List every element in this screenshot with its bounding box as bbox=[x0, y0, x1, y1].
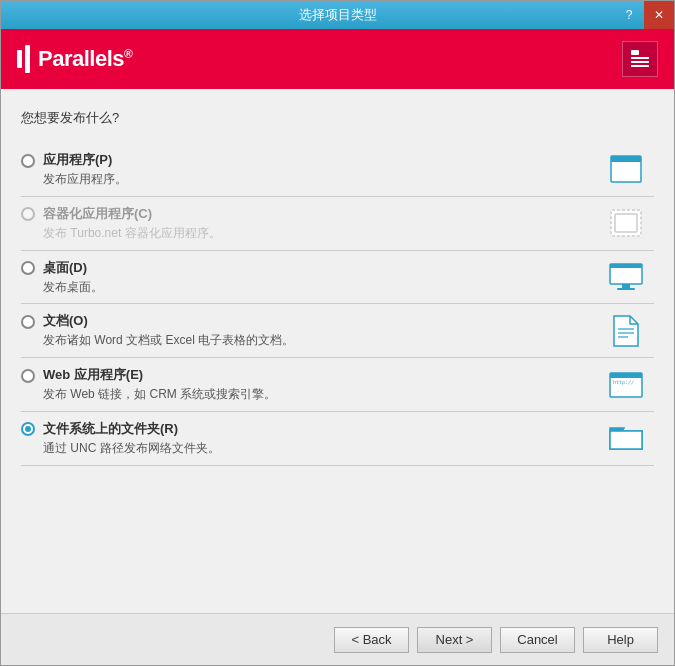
option-document[interactable]: 文档(O) 发布诸如 Word 文档或 Excel 电子表格的文档。 bbox=[21, 304, 654, 357]
option-webapp[interactable]: Web 应用程序(E) 发布 Web 链接，如 CRM 系统或搜索引擎。 htt… bbox=[21, 358, 654, 411]
option-app-left: 应用程序(P) 发布应用程序。 bbox=[21, 151, 654, 188]
option-document-label-row: 文档(O) bbox=[21, 312, 594, 330]
logo-text: Parallels® bbox=[38, 46, 132, 72]
radio-app[interactable] bbox=[21, 154, 35, 168]
cancel-button[interactable]: Cancel bbox=[500, 627, 575, 653]
svg-rect-9 bbox=[610, 264, 642, 268]
option-app-desc: 发布应用程序。 bbox=[43, 171, 594, 188]
window-title: 选择项目类型 bbox=[299, 6, 377, 24]
option-document-desc: 发布诸如 Word 文档或 Excel 电子表格的文档。 bbox=[43, 332, 594, 349]
radio-containerized[interactable] bbox=[21, 207, 35, 221]
divider-6 bbox=[21, 465, 654, 466]
main-window: 选择项目类型 ? ✕ Parallels® 您想要发布什么? bbox=[0, 0, 675, 666]
option-webapp-title: Web 应用程序(E) bbox=[43, 366, 143, 384]
document-icon bbox=[612, 314, 640, 348]
header-icon-svg bbox=[629, 48, 651, 70]
svg-rect-5 bbox=[611, 156, 641, 162]
option-folder[interactable]: 文件系统上的文件夹(R) 通过 UNC 路径发布网络文件夹。 bbox=[21, 412, 654, 465]
option-document-title: 文档(O) bbox=[43, 312, 88, 330]
option-containerized-left: 容器化应用程序(C) 发布 Turbo.net 容器化应用程序。 bbox=[21, 205, 654, 242]
footer: < Back Next > Cancel Help bbox=[1, 613, 674, 665]
svg-rect-7 bbox=[615, 214, 637, 232]
option-webapp-desc: 发布 Web 链接，如 CRM 系统或搜索引擎。 bbox=[43, 386, 594, 403]
option-desktop-title: 桌面(D) bbox=[43, 259, 87, 277]
option-webapp-icon: http:// bbox=[608, 367, 644, 403]
question-label: 您想要发布什么? bbox=[21, 109, 654, 127]
back-button[interactable]: < Back bbox=[334, 627, 409, 653]
next-button[interactable]: Next > bbox=[417, 627, 492, 653]
header-icon bbox=[622, 41, 658, 77]
option-webapp-label-row: Web 应用程序(E) bbox=[21, 366, 594, 384]
radio-desktop[interactable] bbox=[21, 261, 35, 275]
svg-rect-2 bbox=[631, 61, 649, 63]
options-list: 应用程序(P) 发布应用程序。 容器化应用程序(C) bbox=[21, 143, 654, 466]
option-containerized-label-row: 容器化应用程序(C) bbox=[21, 205, 594, 223]
folder-icon bbox=[608, 423, 644, 453]
option-app-icon bbox=[608, 151, 644, 187]
option-desktop-desc: 发布桌面。 bbox=[43, 279, 594, 296]
option-folder-left: 文件系统上的文件夹(R) 通过 UNC 路径发布网络文件夹。 bbox=[21, 420, 654, 457]
option-containerized-icon bbox=[608, 205, 644, 241]
option-app-label-row: 应用程序(P) bbox=[21, 151, 594, 169]
svg-rect-0 bbox=[631, 50, 639, 55]
svg-rect-11 bbox=[617, 288, 635, 290]
web-icon: http:// bbox=[608, 371, 644, 399]
title-bar-controls: ? ✕ bbox=[614, 1, 674, 29]
svg-rect-1 bbox=[631, 57, 649, 59]
logo-bars-icon bbox=[17, 45, 30, 73]
close-button[interactable]: ✕ bbox=[644, 1, 674, 29]
logo-bar-2 bbox=[25, 45, 30, 73]
radio-folder[interactable] bbox=[21, 422, 35, 436]
option-app[interactable]: 应用程序(P) 发布应用程序。 bbox=[21, 143, 654, 196]
option-folder-icon bbox=[608, 420, 644, 456]
option-desktop[interactable]: 桌面(D) 发布桌面。 bbox=[21, 251, 654, 304]
svg-rect-16 bbox=[610, 373, 642, 378]
option-containerized-title: 容器化应用程序(C) bbox=[43, 205, 152, 223]
content-area: 您想要发布什么? 应用程序(P) 发布应用程序。 bbox=[1, 89, 674, 613]
option-folder-label-row: 文件系统上的文件夹(R) bbox=[21, 420, 594, 438]
logo-bar-1 bbox=[17, 50, 22, 68]
radio-webapp[interactable] bbox=[21, 369, 35, 383]
title-bar: 选择项目类型 ? ✕ bbox=[1, 1, 674, 29]
option-folder-desc: 通过 UNC 路径发布网络文件夹。 bbox=[43, 440, 594, 457]
option-app-title: 应用程序(P) bbox=[43, 151, 112, 169]
svg-rect-18 bbox=[610, 431, 642, 449]
option-webapp-left: Web 应用程序(E) 发布 Web 链接，如 CRM 系统或搜索引擎。 bbox=[21, 366, 654, 403]
container-icon bbox=[609, 208, 643, 238]
help-footer-button[interactable]: Help bbox=[583, 627, 658, 653]
option-containerized-desc: 发布 Turbo.net 容器化应用程序。 bbox=[43, 225, 594, 242]
window-icon bbox=[609, 154, 643, 184]
svg-text:http://: http:// bbox=[613, 379, 634, 386]
svg-rect-3 bbox=[631, 65, 649, 67]
option-desktop-left: 桌面(D) 发布桌面。 bbox=[21, 259, 654, 296]
parallels-logo: Parallels® bbox=[17, 45, 132, 73]
option-document-icon bbox=[608, 313, 644, 349]
option-containerized[interactable]: 容器化应用程序(C) 发布 Turbo.net 容器化应用程序。 bbox=[21, 197, 654, 250]
option-folder-title: 文件系统上的文件夹(R) bbox=[43, 420, 178, 438]
option-desktop-icon bbox=[608, 259, 644, 295]
radio-document[interactable] bbox=[21, 315, 35, 329]
option-document-left: 文档(O) 发布诸如 Word 文档或 Excel 电子表格的文档。 bbox=[21, 312, 654, 349]
help-button[interactable]: ? bbox=[614, 1, 644, 29]
header-banner: Parallels® bbox=[1, 29, 674, 89]
svg-rect-10 bbox=[622, 284, 630, 288]
option-desktop-label-row: 桌面(D) bbox=[21, 259, 594, 277]
desktop-icon bbox=[608, 262, 644, 292]
